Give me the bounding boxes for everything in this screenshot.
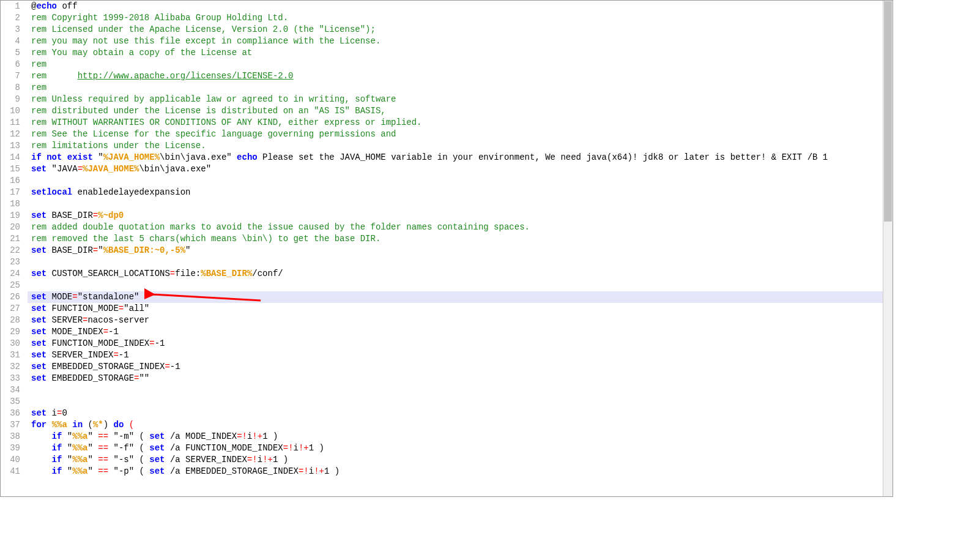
code-line-7[interactable]: 7rem http://www.apache.org/licenses/LICE… <box>1 70 883 82</box>
code-line-8[interactable]: 8rem <box>1 82 883 94</box>
code-line-3[interactable]: 3rem Licensed under the Apache License, … <box>1 24 883 35</box>
code-content[interactable]: @echo off <box>28 1 883 12</box>
code-content[interactable] <box>28 198 883 210</box>
gutter-line-number: 22 <box>1 245 28 256</box>
code-content[interactable]: set "JAVA=%JAVA_HOME%\bin\java.exe" <box>28 163 883 175</box>
code-content[interactable]: rem <box>28 82 883 94</box>
code-content[interactable] <box>28 175 883 187</box>
token-var: %* <box>93 420 103 430</box>
token-txt: 1 ) <box>273 455 288 465</box>
code-line-24[interactable]: 24set CUSTOM_SEARCH_LOCATIONS=file:%BASE… <box>1 268 883 280</box>
code-content[interactable]: set SERVER=nacos-server <box>28 315 883 326</box>
code-line-16[interactable]: 16 <box>1 175 883 187</box>
code-content[interactable]: rem <box>28 59 883 70</box>
code-line-40[interactable]: 40 if "%%a" == "-s" ( set /a SERVER_INDE… <box>1 454 883 466</box>
code-line-28[interactable]: 28set SERVER=nacos-server <box>1 315 883 326</box>
gutter-line-number: 2 <box>1 12 28 24</box>
code-line-31[interactable]: 31set SERVER_INDEX=-1 <box>1 349 883 361</box>
code-content[interactable]: rem Licensed under the Apache License, V… <box>28 24 883 35</box>
code-content[interactable]: if not exist "%JAVA_HOME%\bin\java.exe" … <box>28 152 883 163</box>
token-kw: set <box>31 292 46 302</box>
code-line-17[interactable]: 17setlocal enabledelayedexpansion <box>1 187 883 198</box>
code-content[interactable]: rem See the License for the specific lan… <box>28 129 883 140</box>
code-content[interactable]: set EMBEDDED_STORAGE_INDEX=-1 <box>28 361 883 373</box>
code-content[interactable]: if "%%a" == "-m" ( set /a MODE_INDEX=!i!… <box>28 431 883 442</box>
scrollbar-vertical[interactable] <box>883 1 893 496</box>
code-line-5[interactable]: 5rem You may obtain a copy of the Licens… <box>1 47 883 59</box>
token-txt: CUSTOM_SEARCH_LOCATIONS <box>46 269 170 278</box>
code-content[interactable]: setlocal enabledelayedexpansion <box>28 187 883 198</box>
token-txt: MODE_INDEX <box>46 327 103 337</box>
code-content[interactable]: set MODE="standalone" <box>28 291 883 303</box>
code-line-20[interactable]: 20rem added double quotation marks to av… <box>1 222 883 233</box>
code-line-12[interactable]: 12rem See the License for the specific l… <box>1 129 883 140</box>
scrollbar-thumb[interactable] <box>884 1 892 222</box>
token-txt: \bin\java.exe" <box>139 164 211 174</box>
code-content[interactable]: rem WITHOUT WARRANTIES OR CONDITIONS OF … <box>28 117 883 129</box>
code-line-30[interactable]: 30set FUNCTION_MODE_INDEX=-1 <box>1 338 883 349</box>
code-line-19[interactable]: 19set BASE_DIR=%~dp0 <box>1 210 883 222</box>
code-content[interactable]: set BASE_DIR=%~dp0 <box>28 210 883 222</box>
token-op: = <box>103 327 108 337</box>
code-content[interactable]: if "%%a" == "-p" ( set /a EMBEDDED_STORA… <box>28 466 883 477</box>
code-line-21[interactable]: 21rem removed the last 5 chars(which mea… <box>1 233 883 245</box>
code-line-11[interactable]: 11rem WITHOUT WARRANTIES OR CONDITIONS O… <box>1 117 883 129</box>
code-line-37[interactable]: 37for %%a in (%*) do ( <box>1 419 883 431</box>
code-content[interactable] <box>28 384 883 396</box>
code-line-18[interactable]: 18 <box>1 198 883 210</box>
code-line-38[interactable]: 38 if "%%a" == "-m" ( set /a MODE_INDEX=… <box>1 431 883 442</box>
code-line-27[interactable]: 27set FUNCTION_MODE="all" <box>1 303 883 315</box>
code-content[interactable] <box>28 256 883 268</box>
code-line-35[interactable]: 35 <box>1 396 883 408</box>
token-txt: -1 <box>155 338 165 348</box>
code-content[interactable]: set EMBEDDED_STORAGE="" <box>28 373 883 384</box>
code-editor[interactable]: 1@echo off2rem Copyright 1999-2018 Aliba… <box>0 0 893 497</box>
code-line-32[interactable]: 32set EMBEDDED_STORAGE_INDEX=-1 <box>1 361 883 373</box>
token-txt: enabledelayedexpansion <box>72 187 190 197</box>
code-line-13[interactable]: 13rem limitations under the License. <box>1 140 883 152</box>
code-content[interactable]: rem added double quotation marks to avoi… <box>28 222 883 233</box>
code-line-29[interactable]: 29set MODE_INDEX=-1 <box>1 326 883 338</box>
code-line-10[interactable]: 10rem distributed under the License is d… <box>1 105 883 117</box>
code-content[interactable]: rem Unless required by applicable law or… <box>28 94 883 105</box>
code-line-2[interactable]: 2rem Copyright 1999-2018 Alibaba Group H… <box>1 12 883 24</box>
code-line-25[interactable]: 25 <box>1 280 883 291</box>
code-line-9[interactable]: 9rem Unless required by applicable law o… <box>1 94 883 105</box>
token-kw: set <box>31 164 46 174</box>
code-content[interactable] <box>28 396 883 408</box>
code-content[interactable]: rem You may obtain a copy of the License… <box>28 47 883 59</box>
code-content[interactable]: if "%%a" == "-f" ( set /a FUNCTION_MODE_… <box>28 442 883 454</box>
token-kw: set <box>31 362 46 371</box>
code-content[interactable]: set i=0 <box>28 408 883 419</box>
token-op: = <box>93 211 98 220</box>
code-content[interactable]: rem distributed under the License is dis… <box>28 105 883 117</box>
code-line-22[interactable]: 22set BASE_DIR="%BASE_DIR:~0,-5%" <box>1 245 883 256</box>
code-line-39[interactable]: 39 if "%%a" == "-f" ( set /a FUNCTION_MO… <box>1 442 883 454</box>
code-line-23[interactable]: 23 <box>1 256 883 268</box>
code-content[interactable] <box>28 280 883 291</box>
code-line-14[interactable]: 14if not exist "%JAVA_HOME%\bin\java.exe… <box>1 152 883 163</box>
code-line-41[interactable]: 41 if "%%a" == "-p" ( set /a EMBEDDED_ST… <box>1 466 883 477</box>
code-line-33[interactable]: 33set EMBEDDED_STORAGE="" <box>1 373 883 384</box>
code-line-36[interactable]: 36set i=0 <box>1 408 883 419</box>
code-content[interactable]: rem http://www.apache.org/licenses/LICEN… <box>28 70 883 82</box>
code-content[interactable]: rem removed the last 5 chars(which means… <box>28 233 883 245</box>
code-line-34[interactable]: 34 <box>1 384 883 396</box>
code-area[interactable]: 1@echo off2rem Copyright 1999-2018 Aliba… <box>1 1 883 496</box>
code-content[interactable]: set CUSTOM_SEARCH_LOCATIONS=file:%BASE_D… <box>28 268 883 280</box>
code-line-1[interactable]: 1@echo off <box>1 1 883 12</box>
code-line-6[interactable]: 6rem <box>1 59 883 70</box>
code-content[interactable]: rem Copyright 1999-2018 Alibaba Group Ho… <box>28 12 883 24</box>
code-content[interactable]: for %%a in (%*) do ( <box>28 419 883 431</box>
code-content[interactable]: set SERVER_INDEX=-1 <box>28 349 883 361</box>
code-content[interactable]: rem limitations under the License. <box>28 140 883 152</box>
code-content[interactable]: set FUNCTION_MODE="all" <box>28 303 883 315</box>
code-line-4[interactable]: 4rem you may not use this file except in… <box>1 35 883 47</box>
code-line-26[interactable]: 26set MODE="standalone" <box>1 291 883 303</box>
code-content[interactable]: set BASE_DIR="%BASE_DIR:~0,-5%" <box>28 245 883 256</box>
code-content[interactable]: set MODE_INDEX=-1 <box>28 326 883 338</box>
code-content[interactable]: rem you may not use this file except in … <box>28 35 883 47</box>
code-content[interactable]: set FUNCTION_MODE_INDEX=-1 <box>28 338 883 349</box>
code-content[interactable]: if "%%a" == "-s" ( set /a SERVER_INDEX=!… <box>28 454 883 466</box>
code-line-15[interactable]: 15set "JAVA=%JAVA_HOME%\bin\java.exe" <box>1 163 883 175</box>
